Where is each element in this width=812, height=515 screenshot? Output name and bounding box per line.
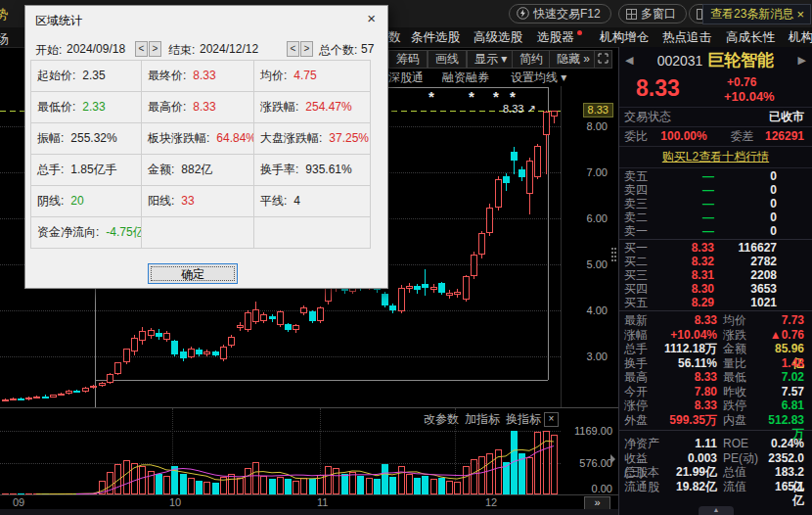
level-spacer	[777, 296, 804, 309]
price-change-pct: +10.04%	[724, 89, 775, 104]
level-label: 买五	[624, 296, 657, 309]
stat-value: 8.33	[193, 100, 215, 114]
volume-bar	[389, 477, 396, 494]
month-label-09: 09	[13, 496, 24, 508]
indicator-link-1[interactable]: 加指标	[465, 411, 500, 428]
menu-item-1[interactable]: 条件选股	[411, 29, 460, 46]
start-label: 开始:	[35, 42, 62, 59]
stat-cell-4-1: 阳线:33	[142, 186, 254, 217]
weibi-row: 委比 100.00% 委差 126291	[619, 127, 812, 147]
candle	[252, 309, 259, 322]
stat-value: 8.33	[663, 398, 717, 413]
stat-value: 7.80	[663, 385, 717, 399]
volume-bar	[260, 476, 267, 494]
stat-label: 总手:	[37, 163, 64, 176]
volume-bar	[123, 460, 130, 494]
menu-item-5[interactable]: 热点追击	[662, 29, 711, 46]
indicator-close-icon[interactable]: ×	[544, 412, 559, 427]
candle-wick	[425, 269, 426, 296]
volume-bar	[519, 453, 525, 494]
volume-bar	[503, 462, 510, 494]
level-quantity: 2782	[714, 255, 777, 268]
stat-cell-3-0: 总手:1.85亿手	[31, 155, 142, 186]
scroll-right-button[interactable]: »	[584, 496, 610, 510]
fullscreen-button[interactable]	[594, 50, 612, 69]
end-next-button[interactable]: >	[300, 41, 313, 57]
stat-value: 7.02	[763, 370, 804, 385]
quick-trade-button[interactable]: 快速交易F12	[509, 4, 611, 23]
candle	[139, 331, 146, 341]
volume-pane[interactable]: 1169.00576.000.00改参数加指标换指标×	[0, 407, 618, 494]
stat-label: 金额:	[148, 163, 174, 176]
chart-link-2[interactable]: 设置均线 ▾	[511, 70, 566, 86]
time-axis: » 09101112	[0, 494, 618, 509]
candle	[99, 383, 106, 386]
volume-bar	[252, 462, 259, 494]
level-quantity: 0	[714, 211, 777, 224]
stat-cell-3-1: 金额:882亿	[142, 155, 254, 186]
stat-cell-0-2: 均价:4.75	[254, 61, 371, 92]
statistics-table: 起始价:2.35最终价:8.33均价:4.75最低价:2.33最高价:8.33涨…	[30, 60, 371, 249]
fund-row-3: 流通股19.82亿流值165.1亿	[619, 480, 812, 494]
candle	[73, 391, 80, 393]
start-next-button[interactable]: >	[149, 41, 161, 57]
stat-label: 最终价:	[148, 69, 186, 82]
menu-item-4[interactable]: 机构增仓	[600, 29, 649, 46]
stat-label: 最高	[624, 370, 663, 385]
multi-window-button[interactable]: 多窗口	[618, 4, 687, 23]
candle	[325, 288, 332, 302]
toolbar-button-3[interactable]: 简约	[512, 50, 551, 69]
menu-item-7[interactable]: 机构	[789, 29, 812, 46]
price-block: 8.33 +0.76 +10.04%	[619, 73, 812, 108]
stat-value: 20	[70, 194, 83, 208]
stock-name: 巨轮智能	[707, 51, 774, 70]
level-label: 卖四	[624, 183, 657, 197]
volume-bar	[526, 457, 533, 494]
toolbar-button-1[interactable]: 画线	[428, 50, 467, 69]
prev-stock-arrow[interactable]: ◀	[625, 47, 633, 73]
collapse-tab[interactable]: ▲	[699, 506, 734, 515]
l2-link[interactable]: 购买L2查看十档行情	[662, 150, 769, 164]
splitter-collapse-arrow[interactable]	[610, 454, 615, 464]
end-prev-button[interactable]: <	[287, 41, 299, 57]
menu-item-3[interactable]: 选股器	[537, 29, 574, 46]
dialog-close-icon[interactable]: ×	[367, 11, 376, 25]
chart-link-1[interactable]: 融资融券	[442, 70, 489, 86]
next-stock-arrow[interactable]: ▶	[798, 47, 806, 73]
level-label: 买三	[624, 268, 657, 282]
level-quantity: 0	[714, 197, 777, 211]
volume-bar	[188, 478, 195, 494]
stat-cell-4-2: 平线:4	[254, 186, 371, 217]
candle	[203, 351, 210, 354]
start-prev-button[interactable]: <	[135, 41, 148, 57]
menu-item-6[interactable]: 高成长性	[726, 29, 775, 46]
stat-row-2: 总手1112.18万金额85.96亿	[619, 342, 812, 356]
ok-button[interactable]: 确定	[148, 263, 238, 284]
fund-row-0: 净资产1.11ROE0.24%	[619, 437, 812, 451]
chart-link-0[interactable]: 深股通	[388, 70, 424, 86]
indicator-link-2[interactable]: 换指标	[506, 411, 541, 428]
toolbar-button-4[interactable]: 隐藏 »	[549, 50, 598, 69]
candle	[237, 325, 244, 328]
indicator-link-0[interactable]: 改参数	[424, 411, 459, 428]
count-value: 57	[361, 42, 374, 56]
candle	[277, 311, 284, 325]
volume-bar	[486, 453, 493, 494]
level-quantity: 3653	[714, 282, 777, 296]
toolbar-button-2[interactable]: 显示 ▾	[467, 50, 515, 69]
menu-item-0[interactable]: 数	[388, 29, 401, 46]
month-label-10: 10	[169, 496, 181, 508]
clipped-menu-item: 场	[0, 30, 9, 48]
stat-row-6: 涨停8.33跌停6.81	[619, 398, 812, 413]
volume-bar	[309, 479, 316, 494]
stat-value: 255.32%	[70, 131, 116, 145]
close-icon[interactable]: ×	[796, 5, 804, 23]
splitter-grip[interactable]	[611, 248, 613, 250]
panel-splitter[interactable]	[609, 86, 618, 494]
candle	[66, 391, 72, 394]
menu-item-2[interactable]: 高级选股	[474, 29, 522, 46]
toolbar-button-0[interactable]: 筹码	[388, 50, 428, 69]
level-spacer	[777, 255, 804, 268]
trade-status-value: 已收市	[769, 109, 804, 125]
new-messages-notification[interactable]: 查看23条新消息 ×	[702, 4, 811, 24]
